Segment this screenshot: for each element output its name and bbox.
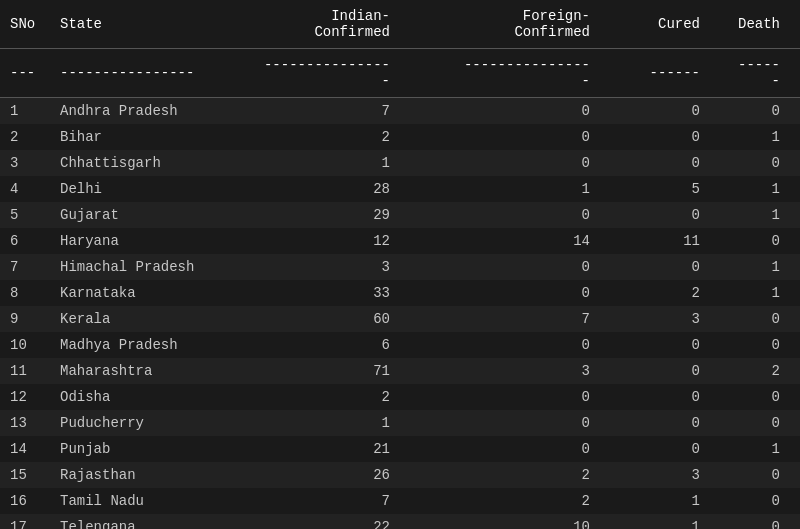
cell-foreign-confirmed: 0 <box>450 436 630 462</box>
cell-sno: 2 <box>0 124 50 150</box>
cell-sno: 16 <box>0 488 50 514</box>
header-cured: Cured <box>630 0 720 49</box>
table-row: 3Chhattisgarh1000 <box>0 150 800 176</box>
table-row: 13Puducherry1000 <box>0 410 800 436</box>
cell-cured: 0 <box>630 254 720 280</box>
cell-cured: 0 <box>630 150 720 176</box>
cell-state: Rajasthan <box>50 462 250 488</box>
cell-foreign-confirmed: 0 <box>450 254 630 280</box>
cell-death: 1 <box>720 202 800 228</box>
cell-death: 0 <box>720 384 800 410</box>
cell-state: Maharashtra <box>50 358 250 384</box>
cell-indian-confirmed: 1 <box>250 410 450 436</box>
cell-death: 1 <box>720 124 800 150</box>
cell-death: 1 <box>720 280 800 306</box>
cell-sno: 1 <box>0 98 50 125</box>
cell-sno: 17 <box>0 514 50 529</box>
cell-sno: 3 <box>0 150 50 176</box>
table-body: 1Andhra Pradesh70002Bihar20013Chhattisga… <box>0 98 800 530</box>
table-row: 11Maharashtra71302 <box>0 358 800 384</box>
cell-cured: 0 <box>630 98 720 125</box>
header-death: Death <box>720 0 800 49</box>
divider-cured: ------ <box>630 49 720 98</box>
cell-sno: 6 <box>0 228 50 254</box>
table-row: 16Tamil Nadu7210 <box>0 488 800 514</box>
cell-indian-confirmed: 22 <box>250 514 450 529</box>
table-row: 1Andhra Pradesh7000 <box>0 98 800 125</box>
cell-death: 1 <box>720 176 800 202</box>
table-row: 2Bihar2001 <box>0 124 800 150</box>
cell-cured: 0 <box>630 384 720 410</box>
cell-foreign-confirmed: 14 <box>450 228 630 254</box>
cell-indian-confirmed: 6 <box>250 332 450 358</box>
table-row: 9Kerala60730 <box>0 306 800 332</box>
cell-cured: 5 <box>630 176 720 202</box>
cell-sno: 8 <box>0 280 50 306</box>
table-row: 12Odisha2000 <box>0 384 800 410</box>
cell-foreign-confirmed: 0 <box>450 124 630 150</box>
cell-cured: 1 <box>630 514 720 529</box>
cell-state: Tamil Nadu <box>50 488 250 514</box>
cell-cured: 3 <box>630 306 720 332</box>
header-sno: SNo <box>0 0 50 49</box>
cell-sno: 15 <box>0 462 50 488</box>
cell-death: 0 <box>720 488 800 514</box>
cell-state: Karnataka <box>50 280 250 306</box>
cell-death: 1 <box>720 436 800 462</box>
cell-indian-confirmed: 1 <box>250 150 450 176</box>
cell-sno: 10 <box>0 332 50 358</box>
cell-state: Puducherry <box>50 410 250 436</box>
cell-state: Odisha <box>50 384 250 410</box>
cell-sno: 13 <box>0 410 50 436</box>
cell-indian-confirmed: 3 <box>250 254 450 280</box>
cell-cured: 2 <box>630 280 720 306</box>
cell-state: Kerala <box>50 306 250 332</box>
table-row: 10Madhya Pradesh6000 <box>0 332 800 358</box>
cell-indian-confirmed: 60 <box>250 306 450 332</box>
cell-sno: 9 <box>0 306 50 332</box>
divider-row: --- ---------------- ---------------- --… <box>0 49 800 98</box>
cell-foreign-confirmed: 0 <box>450 98 630 125</box>
cell-foreign-confirmed: 3 <box>450 358 630 384</box>
cell-indian-confirmed: 29 <box>250 202 450 228</box>
cell-death: 0 <box>720 462 800 488</box>
table-row: 15Rajasthan26230 <box>0 462 800 488</box>
cell-death: 0 <box>720 410 800 436</box>
cell-sno: 4 <box>0 176 50 202</box>
cell-foreign-confirmed: 0 <box>450 202 630 228</box>
cell-state: Bihar <box>50 124 250 150</box>
cell-state: Telengana <box>50 514 250 529</box>
divider-indian: ---------------- <box>250 49 450 98</box>
cell-cured: 1 <box>630 488 720 514</box>
cell-indian-confirmed: 26 <box>250 462 450 488</box>
cell-indian-confirmed: 21 <box>250 436 450 462</box>
header-row: SNo State Indian-Confirmed Foreign-Confi… <box>0 0 800 49</box>
cell-state: Madhya Pradesh <box>50 332 250 358</box>
cell-cured: 0 <box>630 332 720 358</box>
cell-indian-confirmed: 33 <box>250 280 450 306</box>
divider-sno: --- <box>0 49 50 98</box>
table-row: 8Karnataka33021 <box>0 280 800 306</box>
cell-foreign-confirmed: 0 <box>450 150 630 176</box>
cell-state: Andhra Pradesh <box>50 98 250 125</box>
cell-foreign-confirmed: 7 <box>450 306 630 332</box>
cell-death: 0 <box>720 514 800 529</box>
cell-cured: 11 <box>630 228 720 254</box>
cell-indian-confirmed: 7 <box>250 98 450 125</box>
cell-foreign-confirmed: 2 <box>450 488 630 514</box>
cell-indian-confirmed: 28 <box>250 176 450 202</box>
cell-death: 2 <box>720 358 800 384</box>
cell-sno: 5 <box>0 202 50 228</box>
cell-death: 0 <box>720 150 800 176</box>
cell-death: 1 <box>720 254 800 280</box>
cell-foreign-confirmed: 0 <box>450 410 630 436</box>
table-row: 6Haryana1214110 <box>0 228 800 254</box>
covid-table: SNo State Indian-Confirmed Foreign-Confi… <box>0 0 800 529</box>
cell-state: Gujarat <box>50 202 250 228</box>
divider-state: ---------------- <box>50 49 250 98</box>
table-row: 14Punjab21001 <box>0 436 800 462</box>
cell-sno: 11 <box>0 358 50 384</box>
cell-indian-confirmed: 2 <box>250 384 450 410</box>
cell-indian-confirmed: 2 <box>250 124 450 150</box>
cell-state: Punjab <box>50 436 250 462</box>
